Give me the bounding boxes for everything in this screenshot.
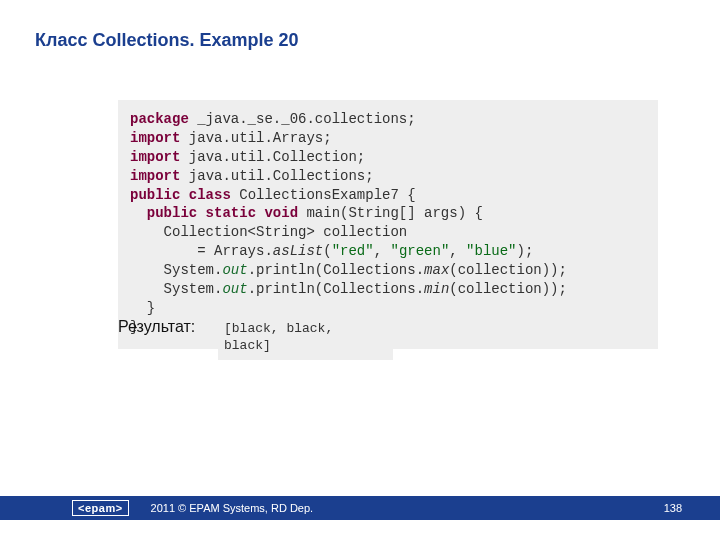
result-output: [black, black, black] bbox=[218, 318, 393, 360]
method-name: asList bbox=[273, 243, 323, 259]
code-text: , bbox=[374, 243, 391, 259]
keyword: import bbox=[130, 149, 180, 165]
code-text: CollectionsExample7 { bbox=[231, 187, 416, 203]
code-line: System.out.println(Collections.max(colle… bbox=[130, 261, 646, 280]
epam-logo: <epam> bbox=[72, 500, 129, 516]
code-text: java.util.Collections; bbox=[180, 168, 373, 184]
footer-copyright: 2011 © EPAM Systems, RD Dep. bbox=[151, 502, 314, 514]
method-name: max bbox=[424, 262, 449, 278]
code-text: , bbox=[449, 243, 466, 259]
code-text: java.util.Collection; bbox=[180, 149, 365, 165]
keyword: public class bbox=[130, 187, 231, 203]
page-number: 138 bbox=[664, 502, 682, 514]
code-text: .println(Collections. bbox=[248, 262, 424, 278]
code-text: System. bbox=[130, 262, 222, 278]
field-ref: out bbox=[222, 281, 247, 297]
code-text: .println(Collections. bbox=[248, 281, 424, 297]
keyword: package bbox=[130, 111, 189, 127]
keyword: import bbox=[130, 168, 180, 184]
string-literal: "blue" bbox=[466, 243, 516, 259]
code-line: System.out.println(Collections.min(colle… bbox=[130, 280, 646, 299]
code-text: (collection)); bbox=[449, 262, 567, 278]
keyword: public static void bbox=[147, 205, 298, 221]
code-text: _java._se._06.collections; bbox=[189, 111, 416, 127]
code-line: public class CollectionsExample7 { bbox=[130, 186, 646, 205]
string-literal: "green" bbox=[390, 243, 449, 259]
code-text: main(String[] args) { bbox=[298, 205, 483, 221]
output-line: black] bbox=[224, 338, 387, 355]
code-line: Collection<String> collection bbox=[130, 223, 646, 242]
code-text bbox=[130, 205, 147, 221]
code-text: = Arrays. bbox=[130, 243, 273, 259]
code-line: public static void main(String[] args) { bbox=[130, 204, 646, 223]
code-text: ); bbox=[517, 243, 534, 259]
code-line: import java.util.Arrays; bbox=[130, 129, 646, 148]
method-name: min bbox=[424, 281, 449, 297]
code-line: = Arrays.asList("red", "green", "blue"); bbox=[130, 242, 646, 261]
slide-title: Класс Collections. Example 20 bbox=[35, 30, 299, 51]
code-line: import java.util.Collection; bbox=[130, 148, 646, 167]
string-literal: "red" bbox=[332, 243, 374, 259]
code-text: ( bbox=[323, 243, 331, 259]
code-text: (collection)); bbox=[449, 281, 567, 297]
field-ref: out bbox=[222, 262, 247, 278]
code-text: java.util.Arrays; bbox=[180, 130, 331, 146]
code-block: package _java._se._06.collections; impor… bbox=[118, 100, 658, 349]
slide: Класс Collections. Example 20 package _j… bbox=[0, 0, 720, 540]
code-text: System. bbox=[130, 281, 222, 297]
code-line: import java.util.Collections; bbox=[130, 167, 646, 186]
code-line: } bbox=[130, 299, 646, 318]
output-line: [black, black, bbox=[224, 321, 387, 338]
keyword: import bbox=[130, 130, 180, 146]
footer-bar: <epam> 2011 © EPAM Systems, RD Dep. 138 bbox=[0, 496, 720, 520]
code-line: package _java._se._06.collections; bbox=[130, 110, 646, 129]
result-label: Результат: bbox=[118, 318, 195, 336]
